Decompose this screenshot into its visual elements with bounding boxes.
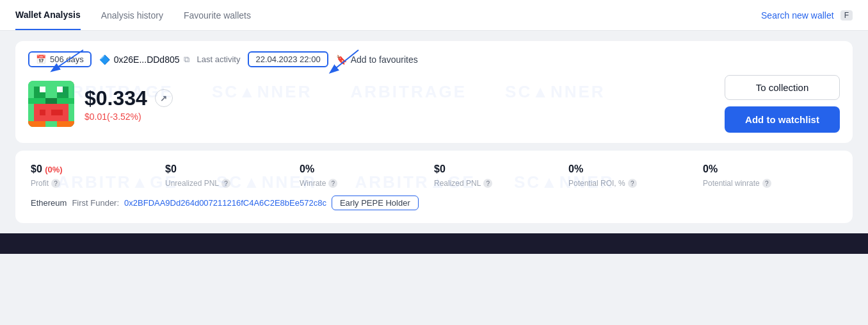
wallet-address-text: 0x26E...DDd805: [114, 54, 180, 65]
bookmark-icon: 🔖: [336, 54, 347, 65]
search-keyboard-shortcut: F: [840, 10, 853, 21]
early-pepe-badge: Early PEPE Holder: [332, 196, 419, 210]
nav-links: Wallet Analysis Analysis history Favouri…: [15, 1, 251, 30]
calendar-icon: 📅: [36, 54, 46, 64]
add-favourites-button[interactable]: 🔖 Add to favourites: [336, 54, 418, 65]
funder-address[interactable]: 0x2BFDAA9Dd264d007211216fC4A6C2E8bEe572c…: [124, 198, 326, 208]
stat-winrate-label: Winrate ?: [300, 179, 434, 188]
stat-roi-label: Potential ROI, % ?: [568, 179, 703, 188]
svg-rect-14: [45, 98, 57, 104]
roi-help-icon[interactable]: ?: [628, 179, 637, 188]
nft-pixel-art: [28, 81, 74, 127]
nav-analysis-history[interactable]: Analysis history: [101, 1, 163, 29]
realized-help-icon[interactable]: ?: [483, 179, 492, 188]
stat-unrealized-pnl: $0 Unrealized PNL ?: [165, 163, 300, 188]
days-count: 506 days: [50, 54, 84, 64]
stats-card: ARBITR▲GESC▲NNERARBITR▲GESC▲NNER $0 (0%)…: [15, 151, 853, 223]
stat-profit-label: Profit ?: [31, 179, 165, 188]
stat-winrate-value: 0%: [300, 163, 434, 175]
search-wallet-label: Search new wallet: [761, 10, 834, 21]
svg-rect-6: [40, 87, 45, 92]
profit-help-icon[interactable]: ?: [51, 179, 60, 188]
copy-address-icon[interactable]: ⧉: [184, 54, 189, 65]
first-funder-label: First Funder:: [72, 198, 119, 208]
network-label: Ethereum: [31, 198, 67, 208]
stat-potential-winrate-value: 0%: [703, 163, 837, 175]
main-price-display: $0.334 ↗: [84, 87, 714, 110]
to-collection-button[interactable]: To collection: [725, 75, 840, 100]
svg-rect-7: [57, 87, 63, 92]
wallet-body: $0.334 ↗ $0.01(-3.52%) To collection Add…: [28, 75, 840, 133]
wallet-card: ARBITRAGESC▲NNERARBITRAGESC▲NNER 📅 506 d…: [15, 41, 853, 143]
stats-row: $0 (0%) Profit ? $0 Unrealized PNL ? 0%: [31, 163, 837, 188]
winrate-help-icon[interactable]: ?: [328, 179, 337, 188]
stat-realized-value: $0: [434, 163, 568, 175]
share-button[interactable]: ↗: [155, 89, 173, 107]
svg-rect-11: [51, 110, 63, 115]
stat-unrealized-value: $0: [165, 163, 300, 175]
footer-info-row: Ethereum First Funder: 0x2BFDAA9Dd264d00…: [31, 188, 837, 210]
main-content: ARBITRAGESC▲NNERARBITRAGESC▲NNER 📅 506 d…: [0, 31, 868, 233]
stat-unrealized-label: Unrealized PNL ?: [165, 179, 300, 188]
stat-roi-value: 0%: [568, 163, 703, 175]
stat-realized-label: Realized PNL ?: [434, 179, 568, 188]
add-to-watchlist-button[interactable]: Add to watchlist: [725, 106, 840, 133]
svg-rect-10: [40, 110, 45, 115]
top-navigation: Wallet Analysis Analysis history Favouri…: [0, 0, 868, 31]
price-change-display: $0.01(-3.52%): [84, 112, 714, 122]
svg-rect-13: [57, 121, 74, 127]
wallet-value: $0.334 ↗ $0.01(-3.52%): [84, 87, 714, 122]
nft-avatar: [28, 81, 74, 127]
unrealized-help-icon[interactable]: ?: [221, 179, 230, 188]
nav-wallet-analysis[interactable]: Wallet Analysis: [15, 1, 81, 30]
last-activity-label: Last activity: [197, 54, 241, 64]
stat-potential-winrate-label: Potential winrate ?: [703, 179, 837, 188]
stat-profit: $0 (0%) Profit ?: [31, 163, 165, 188]
add-favourites-label: Add to favourites: [351, 54, 418, 65]
potential-winrate-help-icon[interactable]: ?: [762, 179, 771, 188]
wallet-icon: 🔷: [99, 54, 110, 65]
stat-profit-value: $0 (0%): [31, 163, 165, 175]
stat-potential-winrate: 0% Potential winrate ?: [703, 163, 837, 188]
stat-potential-roi: 0% Potential ROI, % ?: [568, 163, 703, 188]
price-value: $0.334: [84, 87, 147, 110]
days-badge: 📅 506 days: [28, 51, 92, 67]
wallet-actions: To collection Add to watchlist: [725, 75, 840, 133]
wallet-header: 📅 506 days 🔷 0x26E...DDd805 ⧉ Last activ…: [28, 51, 840, 67]
wallet-address-display: 🔷 0x26E...DDd805 ⧉: [99, 54, 189, 65]
search-new-wallet[interactable]: Search new wallet F: [761, 10, 853, 21]
stat-realized-pnl: $0 Realized PNL ?: [434, 163, 568, 188]
svg-rect-12: [28, 121, 45, 127]
nav-favourite-wallets[interactable]: Favourite wallets: [184, 1, 251, 29]
stat-winrate: 0% Winrate ?: [300, 163, 434, 188]
activity-time-badge: 22.04.2023 22:00: [248, 51, 328, 67]
bottom-bar: [0, 233, 868, 254]
